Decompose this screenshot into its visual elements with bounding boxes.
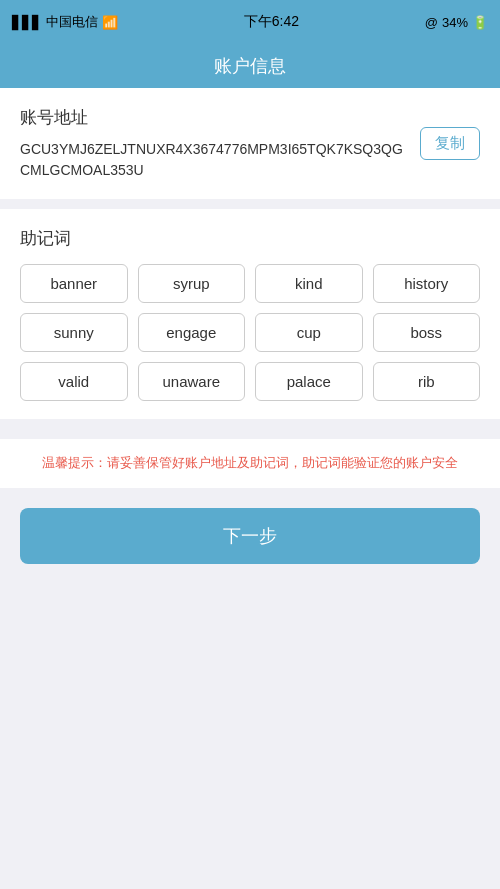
location-icon: @	[425, 15, 438, 30]
mnemonic-word: valid	[20, 362, 128, 401]
signal-bars: ▋▋▋	[12, 15, 42, 30]
account-address-section: 账号地址 GCU3YMJ6ZELJTNUXR4X3674776MPM3I65TQ…	[0, 88, 500, 199]
status-bar: ▋▋▋ 中国电信 📶 下午6:42 @ 34% 🔋	[0, 0, 500, 44]
main-content: 账号地址 GCU3YMJ6ZELJTNUXR4X3674776MPM3I65TQ…	[0, 88, 500, 736]
bottom-spacer	[0, 736, 500, 889]
mnemonic-word: engage	[138, 313, 246, 352]
mnemonic-grid: bannersyrupkindhistorysunnyengagecupboss…	[20, 264, 480, 401]
mnemonic-word: history	[373, 264, 481, 303]
warning-section: 温馨提示：请妥善保管好账户地址及助记词，助记词能验证您的账户安全	[0, 439, 500, 488]
mnemonic-word: kind	[255, 264, 363, 303]
divider-1	[0, 199, 500, 209]
copy-button[interactable]: 复制	[420, 127, 480, 160]
mnemonic-word: rib	[373, 362, 481, 401]
mnemonic-word: sunny	[20, 313, 128, 352]
btn-section: 下一步	[0, 488, 500, 584]
mnemonic-word: syrup	[138, 264, 246, 303]
mnemonic-word: unaware	[138, 362, 246, 401]
status-right: @ 34% 🔋	[425, 15, 488, 30]
warning-text: 温馨提示：请妥善保管好账户地址及助记词，助记词能验证您的账户安全	[20, 453, 480, 474]
status-left: ▋▋▋ 中国电信 📶	[12, 13, 118, 31]
wifi-icon: 📶	[102, 15, 118, 30]
status-time: 下午6:42	[244, 13, 299, 31]
mnemonic-word: palace	[255, 362, 363, 401]
address-value: GCU3YMJ6ZELJTNUXR4X3674776MPM3I65TQK7KSQ…	[20, 139, 408, 181]
battery-icon: 🔋	[472, 15, 488, 30]
mnemonic-label: 助记词	[20, 227, 480, 250]
address-block: 账号地址 GCU3YMJ6ZELJTNUXR4X3674776MPM3I65TQ…	[20, 106, 408, 181]
mnemonic-word: boss	[373, 313, 481, 352]
carrier-name: 中国电信	[46, 13, 98, 31]
divider-2	[0, 419, 500, 429]
page-header: 账户信息	[0, 44, 500, 88]
battery-text: 34%	[442, 15, 468, 30]
page-title: 账户信息	[214, 54, 286, 78]
address-label: 账号地址	[20, 106, 408, 129]
mnemonic-word: cup	[255, 313, 363, 352]
mnemonic-word: banner	[20, 264, 128, 303]
next-button[interactable]: 下一步	[20, 508, 480, 564]
mnemonic-section: 助记词 bannersyrupkindhistorysunnyengagecup…	[0, 209, 500, 419]
